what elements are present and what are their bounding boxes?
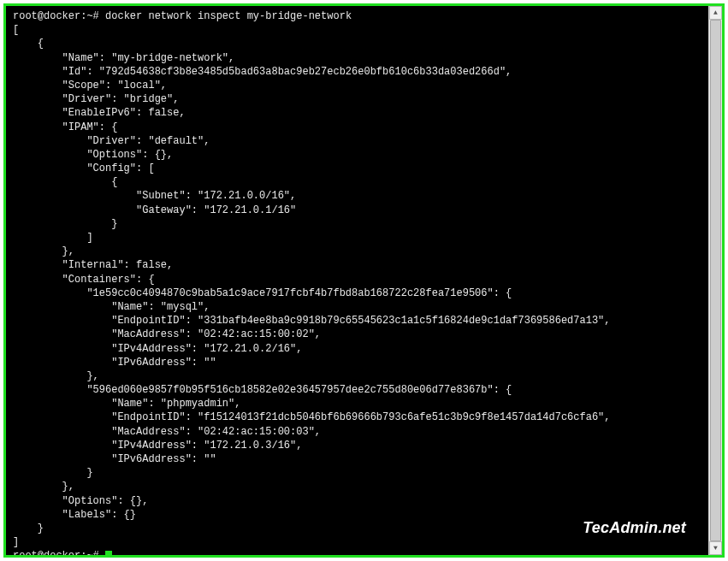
command-text: docker network inspect my-bridge-network bbox=[105, 10, 352, 22]
terminal-content: root@docker:~# docker network inspect my… bbox=[13, 9, 701, 555]
shell-prompt: root@docker:~# bbox=[13, 10, 99, 22]
cursor bbox=[105, 551, 112, 555]
terminal-window: root@docker:~# docker network inspect my… bbox=[3, 3, 725, 558]
watermark-text: TecAdmin.net bbox=[583, 517, 686, 538]
scrollbar-thumb[interactable] bbox=[710, 20, 721, 541]
scroll-down-button[interactable]: ▼ bbox=[709, 541, 722, 555]
command-output: [ { "Name": "my-bridge-network", "Id": "… bbox=[13, 24, 611, 548]
chevron-up-icon: ▲ bbox=[713, 9, 718, 18]
scroll-up-button[interactable]: ▲ bbox=[709, 6, 722, 20]
terminal-viewport[interactable]: root@docker:~# docker network inspect my… bbox=[6, 6, 708, 555]
scrollbar-track[interactable] bbox=[709, 20, 722, 541]
vertical-scrollbar[interactable]: ▲ ▼ bbox=[708, 6, 722, 555]
chevron-down-icon: ▼ bbox=[713, 544, 718, 553]
shell-prompt: root@docker:~# bbox=[13, 550, 99, 555]
